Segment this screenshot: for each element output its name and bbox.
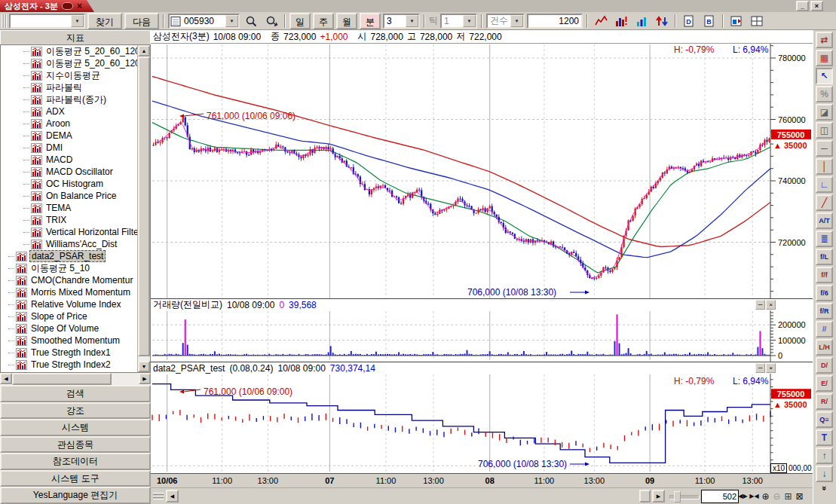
- sidebar-category-button[interactable]: 관심종목: [0, 436, 151, 454]
- tree-item[interactable]: True Stregth Index1: [1, 347, 150, 359]
- tree-item[interactable]: ADX: [1, 105, 150, 118]
- window-link-icon[interactable]: [727, 12, 746, 30]
- tree-horizontal-scrollbar[interactable]: ◀ ▶: [0, 373, 151, 385]
- volume-panel-close-button[interactable]: ×: [766, 300, 776, 310]
- zoom-search-icon[interactable]: [262, 12, 280, 30]
- tree-item[interactable]: True Stregth Index2: [1, 359, 150, 371]
- line-chart-icon[interactable]: [592, 12, 610, 30]
- toolbar-grip[interactable]: [2, 14, 7, 28]
- new-chart-d-icon[interactable]: D: [680, 12, 698, 30]
- tree-item[interactable]: TEMA: [1, 202, 150, 214]
- main-price-chart[interactable]: 780000760000740000720000H: -0,79%L: 6,94…: [151, 44, 813, 298]
- scrollbar-thumb[interactable]: [12, 373, 112, 385]
- formula-ratio-icon[interactable]: f/R: [816, 303, 833, 319]
- tree-item[interactable]: 지수이동평균: [1, 69, 150, 81]
- tree-item[interactable]: 이동평균 5_10: [1, 262, 150, 274]
- tile-chart-icon[interactable]: ▦: [816, 50, 833, 66]
- dropdown-arrow-icon[interactable]: [406, 15, 418, 27]
- sidebar-category-button[interactable]: 시스템: [0, 419, 151, 436]
- scroll-up-icon[interactable]: ▲: [138, 45, 150, 57]
- updown-arrows-icon[interactable]: [653, 12, 671, 30]
- tree-item[interactable]: Slope of Price: [1, 310, 150, 322]
- search-icon[interactable]: [242, 12, 260, 30]
- dropdown-arrow-icon[interactable]: [71, 15, 84, 27]
- window-tab[interactable]: 삼성전자 - 3분 ×: [0, 0, 94, 12]
- tree-item[interactable]: Smoothed Momentum: [1, 334, 150, 347]
- text-note-tool-icon[interactable]: A/T: [816, 212, 833, 229]
- find-button[interactable]: 찾기: [87, 13, 122, 29]
- close-button[interactable]: ×: [810, 1, 823, 11]
- tree-item[interactable]: Slope Of Volume: [1, 322, 150, 334]
- tree-item[interactable]: data2_PSAR_test: [1, 250, 150, 262]
- hline-tool-icon[interactable]: ─: [816, 140, 833, 157]
- scroll-right-button[interactable]: ▶: [652, 490, 665, 502]
- step-line-tool-icon[interactable]: ∟: [816, 176, 833, 193]
- scroll-left-button[interactable]: ◀: [166, 490, 179, 502]
- psar-panel-close-button[interactable]: ×: [766, 363, 776, 373]
- pattern-d-icon[interactable]: D/: [816, 357, 833, 374]
- tree-item[interactable]: 파라볼릭(종가): [1, 93, 150, 105]
- low-high-icon[interactable]: L/H: [816, 339, 833, 356]
- pattern-e-icon[interactable]: E/: [816, 375, 833, 392]
- sidebar-category-button[interactable]: 검색: [0, 385, 151, 402]
- more-tools-icon[interactable]: »: [820, 480, 829, 497]
- zoom-in-icon[interactable]: ⊕: [761, 490, 770, 502]
- arrow-up-tool-icon[interactable]: ↑: [816, 447, 833, 464]
- next-button[interactable]: 다음: [124, 13, 159, 29]
- sidebar-category-button[interactable]: 참조데이터: [0, 453, 151, 470]
- bar-chart-alert-icon[interactable]: [612, 12, 630, 30]
- minute-interval-combo[interactable]: 3: [383, 14, 420, 29]
- cursor-icon[interactable]: ↖: [816, 68, 833, 84]
- psar-panel-minimize-button[interactable]: ─: [755, 363, 765, 373]
- sidebar-category-button[interactable]: YesLanguage 편집기: [0, 487, 151, 504]
- splitter-grip[interactable]: [153, 493, 164, 499]
- symbol-code-combo[interactable]: 005930: [168, 14, 240, 29]
- window-grid-icon[interactable]: [748, 12, 766, 30]
- tree-item[interactable]: MACD Oscillator: [1, 166, 150, 178]
- tree-item[interactable]: Morris Mixed Momentum: [1, 286, 150, 298]
- erase-one-icon[interactable]: ◪: [816, 104, 833, 121]
- jump-end-icon[interactable]: ▶◀: [749, 490, 759, 502]
- period-month-button[interactable]: 월: [336, 13, 357, 29]
- scrollbar-thumb[interactable]: [138, 57, 150, 356]
- tree-vertical-scrollbar[interactable]: ▲ ▼: [137, 45, 150, 372]
- formula-fan-icon[interactable]: f/f: [816, 267, 833, 283]
- tree-item[interactable]: CMO(Chandre Momentur: [1, 274, 150, 286]
- psar-chart[interactable]: H: -0,79%L: 6,94%761,000 (10/06 09:00)70…: [151, 374, 813, 473]
- grid-toggle-icon[interactable]: ⊞: [783, 490, 793, 502]
- tree-item[interactable]: On Balance Price: [1, 190, 150, 202]
- bar-count-input[interactable]: [527, 14, 583, 29]
- tab-close-icon[interactable]: ×: [77, 2, 82, 10]
- quote-list-icon[interactable]: Q≡: [816, 411, 833, 428]
- formula-arc-icon[interactable]: f/6: [816, 285, 833, 301]
- scrollbar-thumb[interactable]: [639, 490, 651, 502]
- stock-search-combo[interactable]: [9, 14, 85, 29]
- period-minute-button[interactable]: 분: [360, 13, 381, 29]
- scroll-down-icon[interactable]: ▼: [138, 361, 150, 372]
- minimize-button[interactable]: _: [796, 1, 809, 11]
- scroll-left-icon[interactable]: ◀: [0, 373, 12, 384]
- zoom-out-icon[interactable]: ⊖: [772, 490, 782, 502]
- trend-line-tool-icon[interactable]: ╱: [816, 194, 833, 211]
- tree-item[interactable]: Vertical Horizontal Filte: [1, 226, 150, 238]
- zoom-slider-thumb[interactable]: [674, 491, 681, 502]
- scroll-right-icon[interactable]: ▶: [139, 373, 151, 384]
- pattern-r-icon[interactable]: R/: [816, 393, 833, 410]
- tree-item[interactable]: Aroon: [1, 118, 150, 130]
- new-chart-b-icon[interactable]: B: [700, 12, 718, 30]
- tree-item[interactable]: TRIX: [1, 214, 150, 226]
- tree-item[interactable]: 파라볼릭: [1, 81, 150, 93]
- close-chart-icon[interactable]: ⊠: [795, 490, 804, 502]
- tree-item[interactable]: 이동평균 5_20_60_120: [1, 45, 150, 57]
- tree-item[interactable]: OC Histogram: [1, 178, 150, 190]
- volume-chart[interactable]: 2000001000000: [151, 310, 813, 362]
- text-tool-icon[interactable]: T: [816, 429, 833, 446]
- tree-item[interactable]: DMI: [1, 142, 150, 154]
- volume-panel-minimize-button[interactable]: ─: [755, 300, 765, 310]
- pan-horizontal-icon[interactable]: ◀▶: [738, 490, 748, 502]
- sidebar-category-button[interactable]: 시스템 도구: [0, 470, 151, 487]
- vline-tool-icon[interactable]: │: [816, 158, 833, 175]
- bar-chart-blue-icon[interactable]: [632, 12, 651, 30]
- refresh-icon[interactable]: ⇄: [816, 32, 833, 48]
- erase-all-icon[interactable]: ◫: [816, 122, 833, 139]
